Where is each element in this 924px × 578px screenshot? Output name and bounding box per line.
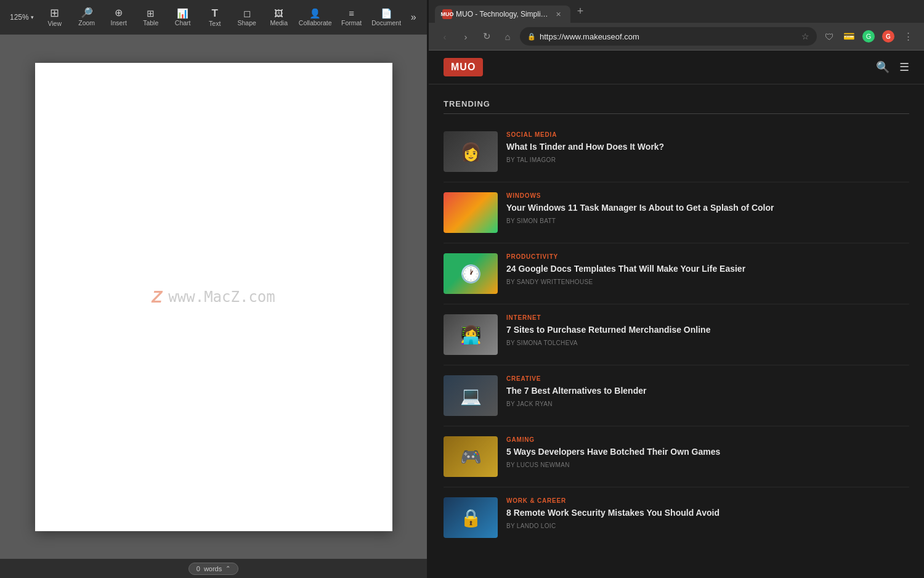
thumb-image: 👩 [444,131,498,172]
text-label: Text [209,20,221,27]
reload-icon: ↻ [483,31,491,42]
article-meta: WINDOWS Your Windows 11 Task Manager Is … [506,192,909,233]
back-icon: ‹ [444,31,447,42]
new-tab-button[interactable]: + [572,3,589,20]
tab-bar: MUO MUO - Technology, Simplified. ✕ + [429,0,924,23]
thumb-image: 🎮 [444,436,498,477]
table-label: Table [143,19,158,26]
insert-label: Insert [111,19,127,26]
toolbar-zoom[interactable]: 🔎 Zoom [71,6,103,29]
article-author: BY LANDO LOIC [506,523,909,529]
home-button[interactable]: ⌂ [499,28,516,45]
thumb-image: 🕐 [444,253,498,294]
site-search-icon[interactable]: 🔍 [876,60,890,74]
article-thumb-gaming: 🎮 [444,436,498,477]
article-thumb-blender: 💻 [444,375,498,416]
word-count-badge[interactable]: 0 words ⌃ [188,563,238,575]
article-item-tinder[interactable]: 👩 SOCIAL MEDIA What Is Tinder and How Do… [444,121,909,182]
article-title: The 7 Best Alternatives to Blender [506,385,909,397]
editor-panel: 125% ▾ ⊞ View 🔎 Zoom ⊕ Insert ⊞ Table 📊 … [0,0,427,578]
site-body: TRENDING 👩 SOCIAL MEDIA What Is Tinder a… [429,84,924,548]
thumb-image: 👩‍💻 [444,314,498,355]
forward-button[interactable]: › [457,28,474,45]
lock-icon: 🔒 [527,33,536,41]
toolbar-view[interactable]: ⊞ View [39,5,71,30]
bookmark-star-icon[interactable]: ☆ [801,31,809,41]
article-title: 8 Remote Work Security Mistakes You Shou… [506,507,909,519]
toolbar-table[interactable]: ⊞ Table [135,6,167,29]
article-thumb-tinder: 👩 [444,131,498,172]
words-label: words [204,565,222,572]
view-label: View [47,20,62,27]
zoom-control[interactable]: 125% ▾ [5,10,39,24]
toolbar-chart[interactable]: 📊 Chart [167,6,199,29]
zoom-chevron-icon: ▾ [31,14,34,20]
muo-logo[interactable]: MUO [444,58,483,76]
status-bar: 0 words ⌃ [0,558,427,578]
article-item-career[interactable]: 🔒 WORK & CAREER 8 Remote Work Security M… [444,487,909,548]
site-header-right: 🔍 ☰ [876,60,909,74]
tab-close-button[interactable]: ✕ [553,9,563,19]
article-item-windows[interactable]: WINDOWS Your Windows 11 Task Manager Is … [444,182,909,243]
article-title: 24 Google Docs Templates That Will Make … [506,263,909,275]
extension-icon[interactable]: G [880,28,897,45]
document-label: Document [371,19,401,26]
zoom-label: Zoom [78,19,95,26]
toolbar-collaborate[interactable]: 👤 Collaborate [295,6,336,29]
article-item-internet[interactable]: 👩‍💻 INTERNET 7 Sites to Purchase Returne… [444,304,909,365]
menu-icon[interactable]: ⋮ [899,28,917,45]
slide-canvas: Z www.MacZ.com [35,63,392,531]
toolbar-format[interactable]: ≡ Format [336,6,368,29]
article-category: WINDOWS [506,192,909,199]
shield-icon[interactable]: 🛡 [821,28,838,45]
forward-icon: › [464,31,468,42]
article-category: INTERNET [506,314,909,321]
url-text: https://www.makeuseof.com [540,32,639,41]
article-meta: GAMING 5 Ways Developers Have Botched Th… [506,436,909,477]
toolbar-shape[interactable]: ◻ Shape [231,6,263,29]
website-content[interactable]: MUO 🔍 ☰ TRENDING 👩 SOCIAL MEDIA What Is … [429,51,924,578]
article-title: Your Windows 11 Task Manager Is About to… [506,202,909,214]
nav-bar: ‹ › ↻ ⌂ 🔒 https://www.makeuseof.com ☆ 🛡 … [429,23,924,50]
home-icon: ⌂ [505,31,510,42]
article-thumb-windows [444,192,498,233]
trending-label: TRENDING [444,99,909,114]
watermark-url: www.MacZ.com [168,288,275,306]
browser-panel: MUO MUO - Technology, Simplified. ✕ + ‹ … [429,0,924,578]
article-category: WORK & CAREER [506,497,909,504]
word-count-chevron-icon: ⌃ [225,565,230,572]
article-title: 7 Sites to Purchase Returned Merchandise… [506,324,909,336]
site-menu-icon[interactable]: ☰ [899,60,909,74]
media-label: Media [270,19,288,26]
document-icon: 📄 [381,9,392,18]
browser-tab-active[interactable]: MUO MUO - Technology, Simplified. ✕ [435,6,570,23]
article-item-blender[interactable]: 💻 CREATIVE The 7 Best Alternatives to Bl… [444,365,909,426]
address-bar[interactable]: 🔒 https://www.makeuseof.com ☆ [520,27,817,46]
article-meta: WORK & CAREER 8 Remote Work Security Mis… [506,497,909,538]
tab-title: MUO - Technology, Simplified. [456,10,549,18]
article-item-gdocs[interactable]: 🕐 PRODUCTIVITY 24 Google Docs Templates … [444,243,909,304]
article-meta: INTERNET 7 Sites to Purchase Returned Me… [506,314,909,355]
toolbar: 125% ▾ ⊞ View 🔎 Zoom ⊕ Insert ⊞ Table 📊 … [0,0,427,35]
article-author: BY TAL IMAGOR [506,157,909,163]
media-icon: 🖼 [274,9,283,18]
article-author: BY SIMON BATT [506,218,909,224]
profile-icon[interactable]: G [860,28,877,45]
article-author: BY LUCUS NEWMAN [506,462,909,468]
browser-chrome: MUO MUO - Technology, Simplified. ✕ + ‹ … [429,0,924,51]
back-button[interactable]: ‹ [436,28,453,45]
toolbar-insert[interactable]: ⊕ Insert [103,6,135,29]
article-item-gaming[interactable]: 🎮 GAMING 5 Ways Developers Have Botched … [444,426,909,487]
collaborate-icon: 👤 [309,9,321,18]
reload-button[interactable]: ↻ [478,28,495,45]
toolbar-text[interactable]: T Text [199,6,231,30]
canvas-area: Z www.MacZ.com [0,35,427,558]
tab-favicon: MUO [442,9,452,19]
toolbar-document[interactable]: 📄 Document [368,6,405,29]
toolbar-media[interactable]: 🖼 Media [263,6,295,29]
thumb-image [444,192,498,233]
wallet-icon[interactable]: 💳 [840,28,857,45]
table-icon: ⊞ [147,9,155,18]
article-thumb-gdocs: 🕐 [444,253,498,294]
toolbar-more-button[interactable]: » [405,7,422,27]
